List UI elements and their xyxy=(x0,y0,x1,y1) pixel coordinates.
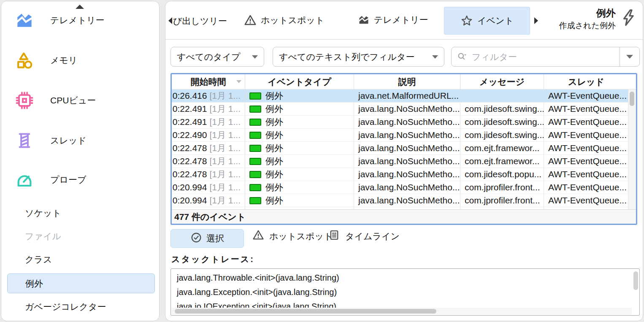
probes-icon xyxy=(16,171,33,189)
table-row[interactable]: 0:22.491[1月 1... 例外 java.lang.NoSuchMeth… xyxy=(172,116,636,129)
cell-thread: AWT-EventQueue... xyxy=(544,142,628,154)
table-row[interactable]: 0:22.478[1月 1... 例外 java.lang.NoSuchMeth… xyxy=(172,155,636,168)
tab-scroll-left-icon[interactable] xyxy=(168,17,172,24)
cell-description: java.lang.NoSuchMetho... xyxy=(354,155,460,168)
cell-event-type: 例外 xyxy=(245,168,354,181)
events-table: 開始時間 イベントタイプ 説明 メッセージ スレッド 0:26.416[1月 1… xyxy=(170,73,637,225)
event-type-color-swatch xyxy=(249,132,261,139)
cell-description: java.lang.NoSuchMetho... xyxy=(354,181,460,194)
cell-event-type: 例外 xyxy=(245,103,354,115)
column-header-start-time[interactable]: 開始時間 xyxy=(172,74,245,89)
memory-icon xyxy=(16,51,33,69)
sidebar-scroll-up-icon[interactable] xyxy=(76,5,84,9)
column-header-description[interactable]: 説明 xyxy=(354,74,460,89)
search-icon xyxy=(457,51,468,62)
cell-message: com.jidesoft.swing... xyxy=(460,116,544,128)
table-row[interactable]: 0:20.994[1月 1... 例外 java.lang.NoSuchMeth… xyxy=(172,194,636,207)
table-row[interactable]: 0:22.491[1月 1... 例外 java.lang.NoSuchMeth… xyxy=(172,103,636,116)
cell-thread: AWT-EventQueue... xyxy=(544,89,628,102)
filter-column-dropdown[interactable]: すべてのテキスト列でフィルター xyxy=(273,47,444,67)
subtab-selection[interactable]: 選択 xyxy=(170,229,244,248)
sidebar-item-sockets[interactable]: ソケット xyxy=(25,207,61,219)
tab-scroll-right-icon[interactable] xyxy=(534,17,538,24)
cell-start-time: 0:20.994[1月 1... xyxy=(172,207,245,209)
cell-description: java.lang.NoSuchMetho... xyxy=(354,194,460,207)
warning-icon xyxy=(244,14,257,27)
filter-search-field[interactable] xyxy=(451,47,640,67)
sidebar: テレメトリー メモリ CPUビュー スレッド プローブ ソケット ファイル クラ… xyxy=(1,1,160,321)
telemetry-icon xyxy=(16,11,33,29)
chevron-down-icon xyxy=(626,55,633,59)
check-circle-icon xyxy=(190,232,202,246)
cell-event-type: 例外 xyxy=(245,116,354,128)
table-rows-viewport: 0:26.416[1月 1... 例外 java.net.MalformedUR… xyxy=(172,89,636,209)
cell-thread: AWT-EventQueue... xyxy=(544,181,628,194)
sidebar-item-telemetries[interactable]: テレメトリー xyxy=(1,11,104,29)
telemetry-chart-icon xyxy=(358,14,370,26)
table-vertical-scrollbar[interactable] xyxy=(628,89,636,209)
sidebar-item-garbage-collector[interactable]: ガベージコレクター xyxy=(25,301,106,313)
cell-event-type: 例外 xyxy=(245,129,354,141)
event-type-color-swatch xyxy=(249,197,261,204)
cell-description: java.lang.NoSuchMetho... xyxy=(354,129,460,141)
table-row[interactable]: 0:22.490[1月 1... 例外 java.lang.NoSuchMeth… xyxy=(172,129,636,142)
cell-message: com.ejt.framewor... xyxy=(460,155,544,168)
stack-trace-lines: java.lang.Throwable.<init>(java.lang.Str… xyxy=(177,271,631,314)
event-type-color-swatch xyxy=(249,158,261,165)
cell-event-type: 例外 xyxy=(245,155,354,168)
subtab-timeline[interactable]: タイムライン xyxy=(328,229,400,243)
cell-message: com.ejt.framewor... xyxy=(460,142,544,154)
table-row[interactable]: 0:26.416[1月 1... 例外 java.net.MalformedUR… xyxy=(172,89,636,103)
table-row[interactable]: 0:20.994[1月 1... 例外 java.lang.NoSuchMeth… xyxy=(172,207,636,209)
sort-descending-icon xyxy=(236,80,241,83)
tab-hotspots[interactable]: ホットスポット xyxy=(244,14,324,27)
table-row[interactable]: 0:22.478[1月 1... 例外 java.lang.NoSuchMeth… xyxy=(172,168,636,181)
sidebar-item-label: プローブ xyxy=(50,174,86,186)
cell-start-time: 0:26.416[1月 1... xyxy=(172,89,245,102)
main-view: び出しツリー ホットスポット テレメトリー イベント 例外 作成された例外 すべ… xyxy=(165,1,643,321)
sidebar-item-classes[interactable]: クラス xyxy=(25,254,52,265)
view-title: 例外 xyxy=(559,7,616,19)
cell-message: com.jprofiler.front... xyxy=(460,181,544,194)
scrollbar-thumb[interactable] xyxy=(630,92,634,106)
scrollbar-thumb[interactable] xyxy=(175,309,436,314)
search-input[interactable] xyxy=(471,51,620,62)
table-row[interactable]: 0:22.478[1月 1... 例外 java.lang.NoSuchMeth… xyxy=(172,142,636,155)
stack-trace-vertical-scrollbar-thumb[interactable] xyxy=(633,271,638,290)
cell-start-time: 0:22.490[1月 1... xyxy=(172,129,245,141)
event-type-color-swatch xyxy=(249,171,261,178)
sidebar-item-cpu-views[interactable]: CPUビュー xyxy=(1,92,96,109)
sidebar-item-memory[interactable]: メモリ xyxy=(1,51,77,69)
cell-start-time: 0:22.491[1月 1... xyxy=(172,103,245,115)
column-header-message[interactable]: メッセージ xyxy=(460,74,544,89)
cell-thread: AWT-EventQueue... xyxy=(544,155,628,168)
cpu-icon xyxy=(16,92,33,109)
cell-event-type: 例外 xyxy=(245,194,354,207)
sidebar-item-threads[interactable]: スレッド xyxy=(1,132,87,149)
column-header-thread[interactable]: スレッド xyxy=(544,74,628,89)
table-row[interactable]: 0:20.994[1月 1... 例外 java.lang.NoSuchMeth… xyxy=(172,181,636,194)
stack-trace-box[interactable]: java.lang.Throwable.<init>(java.lang.Str… xyxy=(170,268,640,316)
tab-telemetries[interactable]: テレメトリー xyxy=(358,14,428,26)
sidebar-item-label: スレッド xyxy=(50,135,87,146)
stack-trace-horizontal-scrollbar[interactable] xyxy=(171,308,632,315)
sidebar-item-exceptions[interactable]: 例外 xyxy=(7,273,155,293)
table-status-bar: 477 件のイベント xyxy=(172,209,636,224)
event-type-dropdown[interactable]: すべてのタイプ xyxy=(170,47,264,67)
cell-event-type: 例外 xyxy=(245,181,354,194)
search-history-dropdown[interactable] xyxy=(620,47,639,66)
column-header-event-type[interactable]: イベントタイプ xyxy=(245,74,354,89)
tab-call-tree[interactable]: び出しツリー xyxy=(173,15,227,27)
subtab-hotspots[interactable]: ホットスポット xyxy=(252,229,333,243)
sidebar-item-probes[interactable]: プローブ xyxy=(1,171,86,189)
cell-description: java.lang.NoSuchMetho... xyxy=(354,207,460,209)
stack-trace-label: スタックトレース: xyxy=(171,254,254,265)
warning-icon xyxy=(252,229,264,243)
cell-description: java.lang.NoSuchMetho... xyxy=(354,142,460,154)
cell-message: com.jidesoft.swing... xyxy=(460,103,544,115)
cell-message: com.jprofiler.front... xyxy=(460,207,544,209)
event-type-color-swatch xyxy=(249,145,261,152)
tab-events[interactable]: イベント xyxy=(444,7,530,35)
cell-thread: AWT-EventQueue... xyxy=(544,207,628,209)
chevron-down-icon xyxy=(252,55,258,59)
